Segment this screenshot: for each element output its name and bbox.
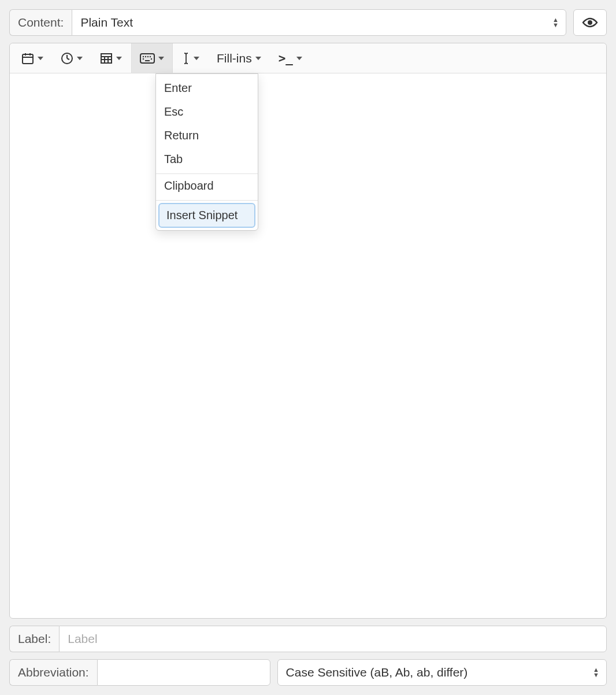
label-placeholder: Label	[68, 632, 97, 646]
abbreviation-field: Abbreviation:	[9, 659, 270, 686]
fillins-label: Fill-ins	[217, 51, 252, 65]
keyboard-dropdown: Enter Esc Return Tab Clipboard Insert Sn…	[155, 73, 258, 231]
editor-toolbar: Fill-ins >_	[10, 43, 606, 73]
chevron-down-icon	[296, 57, 302, 60]
keyboard-menu[interactable]	[131, 43, 173, 73]
abbreviation-label: Abbreviation:	[9, 659, 97, 686]
svg-line-7	[67, 58, 69, 60]
menu-item-enter[interactable]: Enter	[156, 76, 258, 100]
svg-point-19	[151, 58, 152, 59]
svg-rect-13	[140, 54, 154, 63]
menu-item-clipboard[interactable]: Clipboard	[156, 174, 258, 198]
chevron-down-icon	[77, 57, 83, 60]
chevron-down-icon	[194, 57, 199, 60]
abbreviation-input[interactable]	[97, 659, 270, 686]
case-sensitivity-value: Case Sensitive (aB, Ab, ab, differ)	[286, 666, 468, 679]
menu-separator	[156, 200, 258, 201]
time-menu[interactable]	[53, 43, 91, 73]
svg-point-15	[145, 56, 146, 57]
menu-item-tab[interactable]: Tab	[156, 147, 258, 171]
svg-point-0	[588, 20, 592, 25]
chevron-down-icon	[116, 57, 122, 60]
terminal-icon: >_	[279, 51, 293, 65]
script-menu[interactable]: >_	[270, 43, 310, 73]
content-type-value: Plain Text	[80, 16, 133, 29]
svg-rect-8	[101, 54, 112, 63]
svg-point-18	[143, 58, 144, 59]
menu-item-insert-snippet[interactable]: Insert Snippet	[158, 203, 255, 228]
chevron-down-icon	[158, 57, 164, 60]
svg-point-14	[143, 56, 144, 57]
calendar-icon	[21, 52, 34, 65]
preview-button[interactable]	[573, 9, 607, 36]
content-label: Content:	[9, 9, 72, 36]
date-menu[interactable]	[13, 43, 51, 73]
datemath-menu[interactable]	[92, 43, 130, 73]
clock-icon	[61, 52, 73, 65]
case-sensitivity-select[interactable]: Case Sensitive (aB, Ab, ab, differ) ▲▼	[277, 659, 607, 686]
menu-item-esc[interactable]: Esc	[156, 100, 258, 124]
select-arrows-icon: ▲▼	[593, 667, 599, 678]
label-field-label: Label:	[9, 626, 59, 652]
svg-point-16	[147, 56, 149, 57]
cursor-icon	[182, 52, 190, 65]
svg-point-17	[150, 56, 151, 57]
svg-rect-20	[145, 60, 150, 61]
chevron-down-icon	[255, 57, 261, 60]
label-field: Label: Label	[9, 626, 607, 652]
eye-icon	[582, 17, 598, 28]
label-input[interactable]: Label	[59, 626, 607, 652]
cursor-menu[interactable]	[174, 43, 207, 73]
grid-icon	[100, 52, 113, 65]
svg-rect-1	[23, 54, 33, 64]
fillins-menu[interactable]: Fill-ins	[209, 43, 269, 73]
select-arrows-icon: ▲▼	[552, 17, 559, 28]
content-editor[interactable]	[10, 73, 606, 618]
keyboard-icon	[140, 53, 155, 64]
menu-item-return[interactable]: Return	[156, 124, 258, 147]
chevron-down-icon	[38, 57, 43, 60]
editor-panel: Fill-ins >_ Enter Esc Return Tab Clipboa…	[9, 43, 607, 619]
content-type-field: Content: Plain Text ▲▼	[9, 9, 566, 36]
content-type-select[interactable]: Plain Text ▲▼	[72, 9, 566, 36]
